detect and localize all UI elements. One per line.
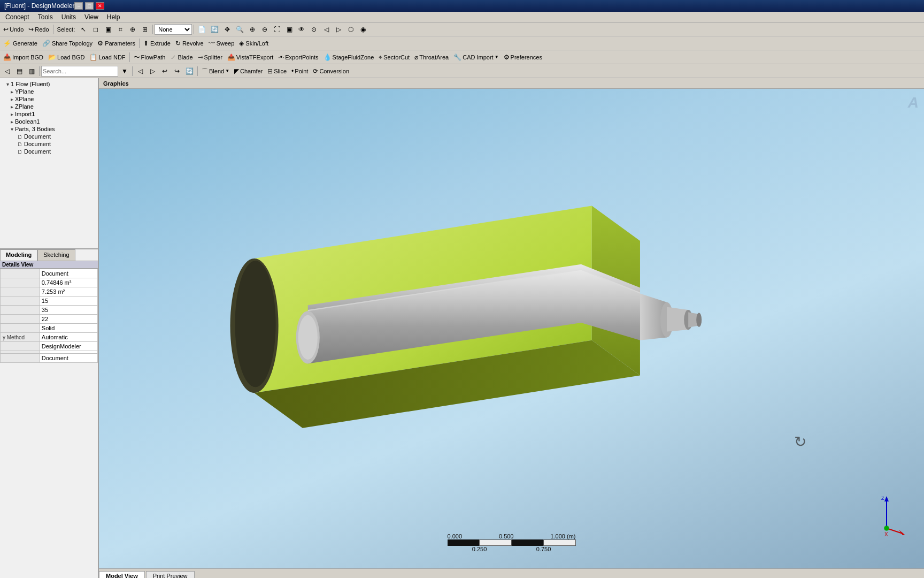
select-mode-btn[interactable]: ↖ bbox=[78, 24, 89, 35]
preferences-icon: ⚙ bbox=[504, 54, 510, 60]
extrude-button[interactable]: ⬆ Extrude bbox=[141, 37, 173, 49]
search-input[interactable] bbox=[41, 66, 118, 77]
select-face-btn[interactable]: ◻ bbox=[90, 24, 102, 35]
generate-button[interactable]: ⚡ Generate bbox=[1, 37, 40, 49]
blend-button[interactable]: ⌒ Blend ▼ bbox=[199, 65, 232, 77]
share-topology-button[interactable]: 🔗 Share Topology bbox=[40, 37, 95, 49]
prev-view-btn[interactable]: ◁ bbox=[320, 24, 332, 35]
tab-sketching[interactable]: Sketching bbox=[37, 249, 75, 261]
minimize-button[interactable]: – bbox=[74, 2, 83, 10]
scale-label-2: 1.000 (m) bbox=[550, 533, 575, 539]
pan-view-btn[interactable]: ✥ bbox=[221, 24, 233, 35]
box-select-btn[interactable]: ⊞ bbox=[139, 24, 151, 35]
menu-view[interactable]: View bbox=[80, 12, 103, 22]
preferences-button[interactable]: ⚙ Preferences bbox=[502, 51, 544, 63]
tree-item-1[interactable]: ▸ YPlane bbox=[0, 88, 98, 95]
share-topology-icon: 🔗 bbox=[42, 40, 50, 47]
search-dropdown-btn[interactable]: ▼ bbox=[119, 65, 130, 77]
undo-button[interactable]: ↩ Undo bbox=[1, 24, 26, 35]
titlebar: [Fluent] - DesignModeler – □ ✕ bbox=[0, 0, 924, 12]
zoom-in-btn[interactable]: ⊕ bbox=[247, 24, 258, 35]
sweep-button[interactable]: 〰 Sweep bbox=[206, 37, 237, 49]
maximize-button[interactable]: □ bbox=[85, 2, 94, 10]
stage-fluid-zone-button[interactable]: 💧 StageFluidZone bbox=[321, 51, 376, 63]
chamfer-button[interactable]: ◤ Chamfer bbox=[232, 65, 265, 77]
pan-icon: ✥ bbox=[225, 26, 230, 33]
generate-icon: ⚡ bbox=[3, 40, 11, 47]
tree-item-3[interactable]: ▸ ZPlane bbox=[0, 103, 98, 110]
display-mode-btn[interactable]: ⬡ bbox=[345, 24, 357, 35]
export-points-button[interactable]: ·•· ExportPoints bbox=[276, 51, 320, 63]
new-sketch-btn[interactable]: 📄 bbox=[196, 24, 208, 35]
tab-modeling[interactable]: Modeling bbox=[0, 249, 37, 261]
cad-import-button[interactable]: 🔧 CAD Import ▼ bbox=[451, 51, 500, 63]
collapse-btn[interactable]: ▤ bbox=[13, 65, 25, 77]
tab-print-preview[interactable]: Print Preview bbox=[146, 571, 195, 578]
tree-item-6[interactable]: ▾ Parts, 3 Bodies bbox=[0, 125, 98, 133]
prop-label-6 bbox=[1, 324, 40, 333]
zoom-out-btn[interactable]: ⊖ bbox=[259, 24, 271, 35]
blade-button[interactable]: ⟋ Blade bbox=[168, 51, 195, 63]
point-button[interactable]: • Point bbox=[289, 65, 310, 77]
flowpath-button[interactable]: 〜 FlowPath bbox=[132, 51, 168, 63]
view-selector-btn[interactable]: 👁 bbox=[296, 24, 307, 35]
rotate-view-btn[interactable]: 🔄 bbox=[209, 24, 221, 35]
undo2-btn[interactable]: ↩ bbox=[159, 65, 171, 77]
select-edge-btn[interactable]: ⌗ bbox=[114, 24, 126, 35]
tree-item-7[interactable]: 🗋 Document bbox=[0, 133, 98, 140]
tree-item-0[interactable]: ▾ 1 Flow (Fluent) bbox=[0, 80, 98, 88]
tree-item-label-3: ZPlane bbox=[15, 103, 34, 110]
refresh-btn[interactable]: 🔄 bbox=[183, 65, 196, 77]
viewport[interactable]: A bbox=[99, 89, 924, 568]
prop-value-4: 35 bbox=[39, 306, 97, 315]
load-bgd-button[interactable]: 📂 Load BGD bbox=[46, 51, 87, 63]
tree-item-8[interactable]: 🗋 Document bbox=[0, 140, 98, 148]
tree-item-5[interactable]: ▸ Boolean1 bbox=[0, 118, 98, 125]
rotate-view-icon: 🔄 bbox=[211, 26, 219, 33]
close-button[interactable]: ✕ bbox=[96, 2, 104, 10]
splitter-button[interactable]: ⊸ Splitter bbox=[196, 51, 225, 63]
conversion-button[interactable]: ⟳ Conversion bbox=[311, 65, 351, 77]
select-body-btn[interactable]: ▣ bbox=[102, 24, 114, 35]
menu-units[interactable]: Units bbox=[57, 12, 80, 22]
zoom-box-btn[interactable]: ▣ bbox=[283, 24, 295, 35]
mode-tabs: Modeling Sketching bbox=[0, 249, 98, 261]
left-panel: ▾ 1 Flow (Fluent) ▸ YPlane ▸ XPlane ▸ ZP… bbox=[0, 78, 99, 578]
back-btn[interactable]: ◁ bbox=[1, 65, 13, 77]
tab-model-view[interactable]: Model View bbox=[99, 571, 145, 578]
display-mode-icon: ⬡ bbox=[348, 26, 353, 33]
parameters-button[interactable]: ⚙ Parameters bbox=[95, 37, 137, 49]
select-vertex-btn[interactable]: ⊕ bbox=[127, 24, 138, 35]
load-ndf-icon: 📋 bbox=[89, 54, 97, 60]
skin-loft-button[interactable]: ◈ Skin/Loft bbox=[237, 37, 271, 49]
redo2-icon: ↪ bbox=[174, 68, 180, 74]
throat-area-button[interactable]: ⌀ ThroatArea bbox=[412, 51, 451, 63]
vista-tf-export-button[interactable]: 📤 VistaTFExport bbox=[225, 51, 276, 63]
redo-button[interactable]: ↪ Redo bbox=[26, 24, 51, 35]
arrow-btn2[interactable]: ▷ bbox=[147, 65, 158, 77]
render-btn[interactable]: ◉ bbox=[357, 24, 369, 35]
look-at-btn[interactable]: ⊙ bbox=[308, 24, 320, 35]
expand-btn[interactable]: ▥ bbox=[26, 65, 37, 77]
fit-all-btn[interactable]: ⛶ bbox=[271, 24, 283, 35]
tree-item-4[interactable]: ▸ Import1 bbox=[0, 110, 98, 118]
sector-cut-button[interactable]: ⌖ SectorCut bbox=[376, 51, 412, 63]
none-select[interactable]: None bbox=[155, 24, 192, 35]
menu-tools[interactable]: Tools bbox=[34, 12, 57, 22]
redo2-btn[interactable]: ↪ bbox=[171, 65, 183, 77]
zoom-btn[interactable]: 🔍 bbox=[234, 24, 246, 35]
import-bgd-button[interactable]: 📥 Import BGD bbox=[1, 51, 45, 63]
menu-help[interactable]: Help bbox=[103, 12, 125, 22]
arrow-btn1[interactable]: ◁ bbox=[134, 65, 146, 77]
revolve-button[interactable]: ↻ Revolve bbox=[173, 37, 206, 49]
menu-concept[interactable]: Concept bbox=[1, 12, 34, 22]
tree-item-9[interactable]: 🗋 Document bbox=[0, 148, 98, 155]
prop-row-7: y Method Automatic bbox=[1, 333, 98, 342]
next-view-btn[interactable]: ▷ bbox=[333, 24, 344, 35]
slice-button[interactable]: ⊟ Slice bbox=[265, 65, 289, 77]
prop-row-0: Document bbox=[1, 269, 98, 278]
vista-icon: 📤 bbox=[227, 54, 235, 60]
prop-row-1: 0.74846 m³ bbox=[1, 278, 98, 287]
load-ndf-button[interactable]: 📋 Load NDF bbox=[87, 51, 127, 63]
tree-item-2[interactable]: ▸ XPlane bbox=[0, 95, 98, 103]
